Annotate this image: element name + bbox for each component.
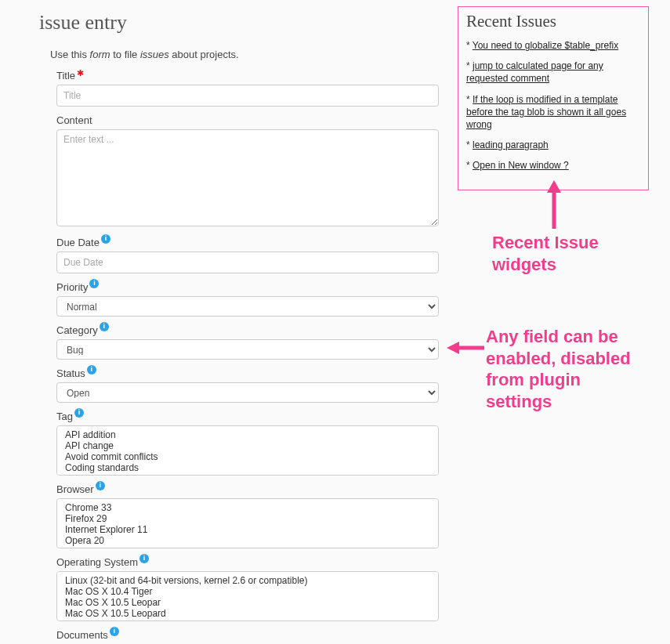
title-label: Title [56, 70, 75, 81]
os-listbox[interactable]: Linux (32-bit and 64-bit versions, kerne… [56, 571, 439, 621]
widget-title: Recent Issues [466, 12, 640, 31]
info-icon[interactable]: i [100, 322, 109, 331]
recent-issue-item: * jump to calculated page for any reques… [466, 60, 640, 85]
list-item[interactable]: Chrome 33 [57, 502, 438, 513]
arrow-icon [544, 180, 564, 230]
content-textarea[interactable] [56, 129, 439, 226]
list-item[interactable]: Opera 20 [57, 535, 438, 546]
list-item[interactable]: Mac OS X 10.5 Leopar [57, 597, 438, 608]
status-label: Status [56, 367, 85, 379]
info-icon[interactable]: i [139, 554, 149, 563]
list-item[interactable]: Avoid commit conflicts [57, 451, 438, 462]
content-label: Content [56, 114, 92, 126]
list-item[interactable]: API addition [57, 429, 438, 440]
annotation-text: Recent Issue widgets [492, 232, 625, 275]
category-label: Category [56, 324, 98, 336]
due-date-label: Due Date [56, 237, 100, 248]
field-browser: Browser i Chrome 33 Firefox 29 Internet … [56, 483, 439, 548]
title-input[interactable] [56, 85, 439, 107]
svg-marker-1 [547, 180, 561, 193]
recent-issue-item: * leading paragraph [466, 139, 640, 151]
svg-marker-3 [447, 342, 459, 354]
field-category: Category i Bug [56, 324, 439, 360]
priority-label: Priority [56, 281, 88, 293]
field-content: Content [56, 114, 439, 229]
info-icon[interactable]: i [96, 481, 105, 490]
list-item[interactable]: Mac OS X 10.5 Leopard [57, 608, 438, 619]
os-label: Operating System [56, 556, 138, 568]
tag-listbox[interactable]: API addition API change Avoid commit con… [56, 425, 439, 476]
field-due-date: Due Date i [56, 237, 439, 273]
issue-form: Title ✱ Content Due Date i [56, 70, 439, 644]
documents-label: Documents [56, 629, 108, 641]
arrow-icon [447, 338, 486, 357]
list-item[interactable]: Linux (32-bit and 64-bit versions, kerne… [57, 575, 438, 586]
field-os: Operating System i Linux (32-bit and 64-… [56, 556, 439, 621]
due-date-input[interactable] [56, 251, 439, 273]
info-icon[interactable]: i [87, 365, 96, 374]
category-select[interactable]: Bug [56, 339, 439, 360]
intro-text: Use this form to file issues about proje… [50, 49, 439, 60]
recent-issues-widget: Recent Issues * You need to globalize $t… [458, 6, 649, 190]
info-icon[interactable]: i [74, 408, 84, 418]
status-select[interactable]: Open [56, 382, 439, 403]
recent-issue-link[interactable]: leading paragraph [473, 139, 549, 150]
field-documents: Documents i Choose File No file chosen [56, 629, 439, 644]
info-icon[interactable]: i [89, 279, 99, 288]
browser-listbox[interactable]: Chrome 33 Firefox 29 Internet Explorer 1… [56, 498, 439, 548]
annotation-text: Any field can be enabled, disabled from … [486, 326, 643, 412]
info-icon[interactable]: i [110, 627, 119, 636]
list-item[interactable]: Mac OS X 10.4 Tiger [57, 586, 438, 597]
recent-issue-item: * If the loop is modified in a template … [466, 93, 640, 132]
recent-issue-link[interactable]: You need to globalize $table_prefix [473, 40, 618, 51]
recent-issue-link[interactable]: jump to calculated page for any requeste… [466, 60, 603, 84]
browser-label: Browser [56, 483, 94, 495]
priority-select[interactable]: Normal [56, 296, 439, 317]
required-icon: ✱ [77, 68, 84, 78]
recent-issue-item: * Open in New window ? [466, 159, 640, 172]
tag-label: Tag [56, 411, 73, 422]
sidebar: Recent Issues * You need to globalize $t… [462, 11, 650, 644]
recent-issue-link[interactable]: If the loop is modified in a template be… [466, 94, 626, 130]
field-priority: Priority i Normal [56, 281, 439, 317]
list-item[interactable]: Firefox 29 [57, 513, 438, 524]
field-title: Title ✱ [56, 70, 439, 107]
field-status: Status i Open [56, 367, 439, 403]
field-tag: Tag i API addition API change Avoid comm… [56, 411, 439, 476]
info-icon[interactable]: i [101, 234, 110, 244]
list-item[interactable]: Coding standards [57, 462, 438, 473]
recent-issue-link[interactable]: Open in New window ? [473, 160, 569, 171]
main-content: issue entry Use this form to file issues… [39, 11, 439, 644]
list-item[interactable]: API change [57, 440, 438, 451]
list-item[interactable]: Internet Explorer 11 [57, 524, 438, 535]
page-title: issue entry [39, 11, 439, 34]
recent-issue-item: * You need to globalize $table_prefix [466, 39, 640, 52]
